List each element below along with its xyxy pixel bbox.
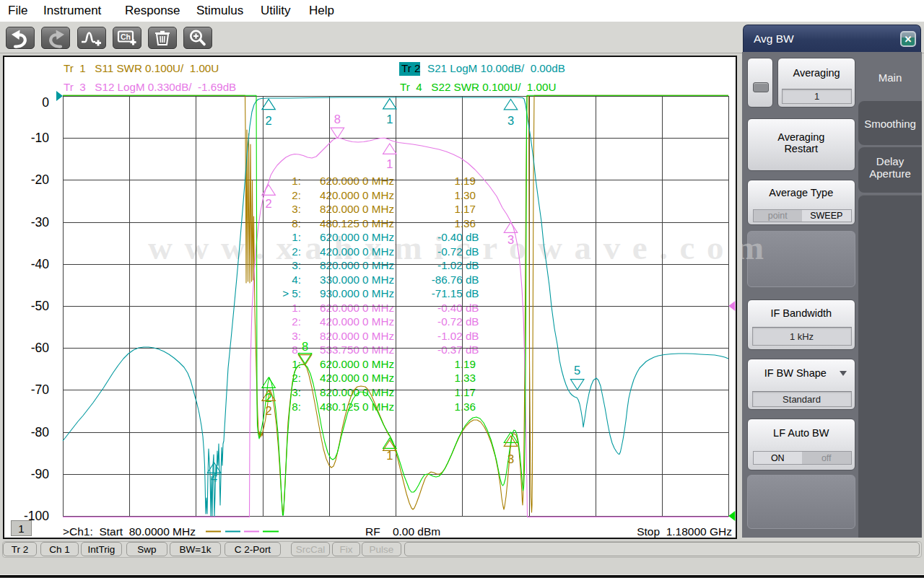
svg-text:Ch: Ch xyxy=(121,32,131,41)
